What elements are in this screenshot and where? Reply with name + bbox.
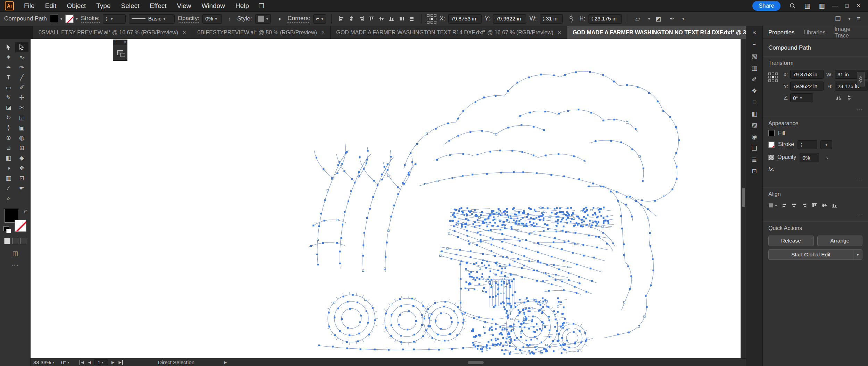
color-guide-panel-icon[interactable]: ▧ [749, 51, 760, 62]
status-expand-icon[interactable]: ▶ [224, 360, 227, 365]
first-artboard-icon[interactable]: ◀ [80, 360, 84, 365]
menu-help[interactable]: Help [230, 0, 254, 12]
isolate-icon[interactable]: ◩ [653, 14, 663, 24]
slice-tool[interactable]: ∕ [2, 183, 15, 193]
stroke-color-swatch[interactable]: ▾ [65, 15, 78, 23]
align-center-icon[interactable] [790, 201, 799, 210]
column-graph-tool[interactable]: ▥ [2, 173, 15, 183]
align-more-options[interactable]: ··· [768, 211, 862, 216]
arrange-button[interactable]: Arrange [817, 236, 863, 246]
rectangle-tool[interactable]: ▭ [2, 83, 15, 93]
draw-inside-button[interactable] [20, 238, 26, 244]
draw-options-icon[interactable]: ✒ [667, 14, 677, 24]
constrain-proportions-icon[interactable] [857, 72, 865, 87]
dropdown-icon[interactable]: ▾ [848, 17, 850, 21]
vertical-scroll-thumb[interactable] [742, 188, 745, 207]
scale-tool[interactable]: ◱ [15, 113, 28, 123]
horizontal-scroll-thumb[interactable] [468, 361, 484, 364]
stepper-icon[interactable]: ▴▾ [591, 16, 593, 22]
default-fill-stroke-icon[interactable] [3, 226, 9, 231]
stepper-icon[interactable]: ▴▾ [106, 16, 107, 22]
scissors-tool[interactable]: ✂ [15, 103, 28, 113]
align-bottom-icon[interactable] [387, 14, 396, 23]
eyedropper-tool[interactable]: ◆ [15, 153, 28, 163]
blend-tool[interactable]: ◑ [2, 163, 15, 173]
align-right-icon[interactable] [357, 14, 366, 23]
align-top-icon[interactable] [810, 201, 819, 210]
transform-more-options[interactable]: ··· [768, 106, 862, 112]
tab-properties[interactable]: Properties [768, 29, 794, 36]
align-middle-icon[interactable] [820, 201, 829, 210]
gradient-tool[interactable]: ◧ [2, 153, 15, 163]
x-field[interactable]: 79.8753 in [448, 14, 482, 24]
rotation-control[interactable]: 0°▾ [61, 359, 70, 365]
menu-select[interactable]: Select [116, 0, 145, 12]
shape-builder-tool[interactable]: ⊕ [2, 133, 15, 143]
search-icon[interactable] [787, 1, 799, 11]
floating-panel-body[interactable] [113, 45, 127, 61]
align-to-dropdown[interactable]: ▾ [768, 201, 777, 210]
h-field[interactable]: ▴▾23.175 in [589, 14, 622, 24]
opacity-label[interactable]: Opacity: [178, 15, 199, 23]
screen-mode-button[interactable]: ◫ [12, 250, 18, 257]
y-field[interactable]: 79.9622 in [493, 14, 526, 24]
document-tab-2[interactable]: 0BIFESTYPREVIEW.ai* @ 50 % (RGB/Preview)… [192, 26, 331, 39]
stroke-panel-icon[interactable]: ≡ [749, 96, 760, 108]
recolor-artwork-icon[interactable]: ◑ [274, 14, 284, 24]
reference-point-grid[interactable] [768, 73, 778, 105]
opacity-label[interactable]: Opacity [777, 154, 796, 161]
stroke-weight-field[interactable]: ▴▾ [798, 140, 817, 149]
pencil-tool[interactable]: ✎ [2, 93, 15, 103]
menu-file[interactable]: File [19, 0, 40, 12]
eraser-tool[interactable]: ◪ [2, 103, 15, 113]
align-middle-icon[interactable] [377, 14, 386, 23]
stroke-weight-label[interactable]: Stroke: [81, 15, 100, 23]
panel-menu-icon[interactable]: ≡ [853, 14, 864, 24]
rotation-field[interactable]: 0°▾ [790, 93, 813, 102]
next-artboard-icon[interactable]: ▶ [111, 360, 114, 365]
menu-view[interactable]: View [172, 0, 197, 12]
graphic-styles-panel-icon[interactable]: ❏ [749, 142, 760, 154]
artwork-canvas[interactable] [31, 39, 741, 358]
tab-close-icon[interactable]: × [183, 29, 186, 36]
floating-panel[interactable]: ⠿× [113, 40, 127, 62]
global-edit-dropdown[interactable]: ▾ [853, 250, 862, 259]
artboard-number-field[interactable]: 1▾ [94, 359, 108, 365]
shaper-tool[interactable]: ✢ [15, 93, 28, 103]
corners-field[interactable]: ⌐▾ [313, 14, 326, 24]
artboard-tool[interactable]: ⊡ [15, 173, 28, 183]
zoom-tool[interactable]: ⌕ [2, 193, 15, 203]
layers-panel-icon[interactable]: ≣ [749, 154, 760, 165]
hand-tool[interactable]: ☛ [15, 183, 28, 193]
constrain-proportions-icon[interactable] [566, 14, 576, 24]
floating-panel-close-icon[interactable]: × [124, 40, 126, 44]
gradient-panel-icon[interactable]: ◧ [749, 108, 760, 119]
style-field[interactable]: ▾ [255, 14, 271, 24]
start-global-edit-button[interactable]: Start Global Edit ▾ [768, 249, 862, 260]
share-button[interactable]: Share [752, 1, 781, 11]
direct-selection-tool[interactable] [15, 42, 28, 52]
align-left-icon[interactable] [779, 201, 788, 210]
menu-effect[interactable]: Effect [144, 0, 172, 12]
lasso-tool[interactable]: ∿ [15, 52, 28, 62]
stroke-weight-field[interactable]: ▴▾▾ [103, 14, 126, 24]
transparency-panel-icon[interactable]: ▨ [749, 119, 760, 131]
transform-x-field[interactable]: 79.8753 in [790, 70, 824, 79]
stroke-color-indicator[interactable] [15, 220, 26, 232]
appearance-more-options[interactable]: ··· [768, 177, 862, 182]
stroke-options-dropdown[interactable]: ▾ [820, 140, 832, 149]
document-tab-3[interactable]: GOD MADE A FARMER WASHINGTON TEXT R14 DX… [331, 26, 567, 39]
align-center-icon[interactable] [347, 14, 356, 23]
swatches-panel-icon[interactable]: ▦ [749, 62, 760, 74]
previous-artboard-icon[interactable]: ◀ [88, 360, 91, 365]
draw-normal-button[interactable] [4, 238, 10, 244]
zoom-control[interactable]: 33.33%▾ [33, 359, 56, 365]
distribute-horizontal-icon[interactable] [397, 14, 406, 23]
tab-close-icon[interactable]: × [322, 29, 325, 36]
rotate-tool[interactable]: ↻ [2, 113, 15, 123]
perspective-grid-tool[interactable]: ⊿ [2, 143, 15, 153]
paintbrush-tool[interactable]: ✐ [15, 83, 28, 93]
dropdown-icon[interactable]: ▾ [648, 17, 650, 21]
app-grid-icon[interactable]: ▥ [816, 1, 828, 11]
brushes-panel-icon[interactable]: ✐ [749, 74, 760, 85]
